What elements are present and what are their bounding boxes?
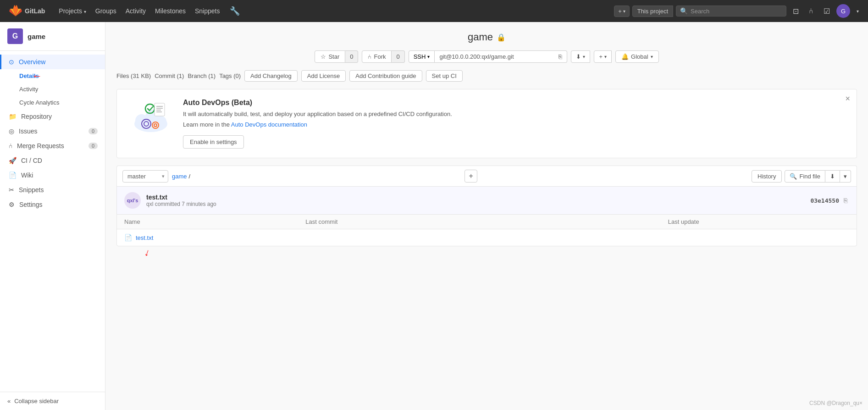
search-input[interactable] — [691, 8, 782, 15]
collapse-icon: « — [7, 398, 11, 404]
sidebar-sub-cycle-analytics[interactable]: Cycle Analytics — [0, 96, 105, 109]
download-caret: ▾ — [583, 54, 585, 59]
commit-meta: qxl committed 7 minutes ago — [146, 201, 805, 207]
devops-content: Auto DevOps (Beta) It will automatically… — [183, 99, 452, 149]
close-banner-button[interactable]: × — [845, 94, 850, 104]
files-link[interactable]: Files (31 KB) — [116, 72, 151, 79]
sidebar-item-ci-cd[interactable]: 🚀 CI / CD — [0, 153, 105, 168]
find-file-button[interactable]: 🔍 Find file — [785, 170, 825, 183]
merge-requests-label: Merge Requests — [17, 142, 64, 150]
sidebar-sub-details[interactable]: Details ← — [0, 69, 105, 83]
new-file-button[interactable]: + ▾ — [594, 50, 612, 63]
download-archive-button[interactable]: ⬇ — [825, 170, 840, 183]
devops-docs-link[interactable]: Auto DevOps documentation — [231, 121, 307, 128]
tags-link[interactable]: Tags (0) — [219, 72, 241, 79]
path-root-link[interactable]: game — [172, 173, 187, 180]
ssh-button[interactable]: SSH ▾ — [409, 50, 435, 63]
nav-projects[interactable]: Projects ▾ — [56, 6, 88, 17]
nav-groups[interactable]: Groups — [93, 6, 119, 17]
commit-link[interactable]: Commit (1) — [155, 72, 184, 79]
sidepanel-icon-btn[interactable]: ⊡ — [789, 5, 802, 17]
notification-button[interactable]: 🔔 Global ▾ — [615, 50, 659, 63]
merge-requests-badge: 0 — [88, 143, 98, 149]
nav-activity[interactable]: Activity — [123, 6, 149, 17]
sidebar-item-overview[interactable]: ⊙ Overview — [0, 55, 105, 69]
branch-selector[interactable]: master — [122, 170, 168, 183]
fork-count: 0 — [392, 50, 404, 63]
bell-icon: 🔔 — [621, 53, 629, 60]
nav-snippets[interactable]: Snippets — [192, 6, 222, 17]
nav-milestones[interactable]: Milestones — [152, 6, 188, 17]
cycle-analytics-label: Cycle Analytics — [19, 99, 59, 106]
star-label: Star — [328, 53, 339, 60]
file-name-cell: 📄 test.txt — [124, 234, 305, 241]
branch-link[interactable]: Branch (1) — [188, 72, 216, 79]
gitlab-logo[interactable]: GitLab — [6, 3, 49, 19]
dl-icon: ⬇ — [830, 173, 835, 180]
copy-hash-button[interactable]: ⎘ — [842, 196, 849, 205]
col-name: Name — [124, 218, 305, 225]
copy-url-button[interactable]: ⎘ — [554, 50, 567, 63]
copy-icon: ⎘ — [558, 53, 562, 60]
file-annotation-arrow: ↑ — [143, 247, 151, 260]
table-row[interactable]: 📄 test.txt ↑ — [117, 229, 857, 246]
global-plus-button[interactable]: + ▾ — [614, 6, 630, 17]
commit-hash: 03e14550 — [810, 197, 839, 204]
col-last-update: Last update — [668, 218, 849, 225]
fork-icon: ⑃ — [368, 53, 371, 60]
sidebar-item-repository[interactable]: 📁 Repository — [0, 109, 105, 124]
history-button[interactable]: History — [752, 170, 782, 183]
devops-description: It will automatically build, test, and d… — [183, 111, 452, 117]
issues-badge: 0 — [88, 128, 98, 134]
col-last-commit: Last commit — [305, 218, 668, 225]
user-avatar-button[interactable]: G — [836, 4, 850, 18]
fork-label: Fork — [374, 53, 386, 60]
ssh-label: SSH — [414, 53, 426, 60]
collapse-sidebar-button[interactable]: « Collapse sidebar — [0, 392, 105, 410]
committer-avatar: qxl's — [124, 192, 141, 209]
sidebar-item-merge-requests[interactable]: ⑃ Merge Requests 0 — [0, 139, 105, 153]
file-table: Name Last commit Last update 📄 test.txt … — [116, 214, 857, 246]
sidebar-item-issues[interactable]: ◎ Issues 0 — [0, 124, 105, 139]
user-caret-btn[interactable]: ▾ — [853, 7, 862, 16]
overview-icon: ⊙ — [9, 58, 14, 66]
add-file-button[interactable]: + — [464, 170, 477, 183]
add-contribution-button[interactable]: Add Contribution guide — [349, 70, 422, 82]
sidebar-item-snippets[interactable]: ✂ Snippets — [0, 183, 105, 197]
setup-ci-button[interactable]: Set up CI — [426, 70, 463, 82]
star-button[interactable]: ☆ Star — [315, 50, 345, 63]
download-button[interactable]: ⬇ ▾ — [571, 50, 590, 63]
download-dropdown-button[interactable]: ▾ — [840, 170, 851, 183]
lock-icon: 🔒 — [497, 33, 506, 42]
sidebar-sub-activity[interactable]: Activity — [0, 83, 105, 96]
find-download-group: 🔍 Find file ⬇ ▾ — [785, 170, 851, 183]
details-arrow: ← — [32, 70, 42, 82]
wiki-label: Wiki — [21, 172, 33, 179]
plus-icon2: + — [599, 53, 603, 60]
todo-icon-btn[interactable]: ☑ — [820, 5, 834, 17]
enable-devops-button[interactable]: Enable in settings — [183, 135, 244, 149]
sidebar-item-wiki[interactable]: 📄 Wiki — [0, 168, 105, 183]
merge-requests-icon: ⑃ — [9, 142, 12, 150]
sidebar-item-settings[interactable]: ⚙ Settings — [0, 197, 105, 212]
commit-message: committed 7 minutes ago — [155, 201, 216, 207]
add-changelog-button[interactable]: Add Changelog — [244, 70, 298, 82]
repo-action-bar: ☆ Star 0 ⑃ Fork 0 SSH ▾ ⎘ — [116, 50, 857, 63]
user-initial: G — [841, 8, 846, 15]
sidebar-nav: ⊙ Overview Details ← Activity Cycle Anal… — [0, 51, 105, 392]
watermark: CSDN @Dragon_qu× — [809, 400, 862, 406]
fork-button[interactable]: ⑃ Fork — [362, 50, 392, 63]
svg-rect-9 — [155, 103, 165, 116]
commit-filename: test.txt — [146, 194, 805, 201]
download-group: ⬇ ▾ — [571, 50, 590, 63]
wrench-icon-btn[interactable]: 🔧 — [226, 4, 243, 18]
devops-banner: × — [116, 89, 857, 158]
wiki-icon: 📄 — [9, 172, 17, 179]
merge-icon-btn[interactable]: ⑃ — [805, 5, 817, 17]
file-link[interactable]: test.txt — [136, 234, 153, 241]
repository-icon: 📁 — [9, 113, 17, 120]
git-url-input[interactable] — [435, 50, 554, 63]
find-file-label: Find file — [799, 173, 820, 180]
scope-selector[interactable]: This project — [632, 6, 673, 17]
add-license-button[interactable]: Add License — [301, 70, 346, 82]
